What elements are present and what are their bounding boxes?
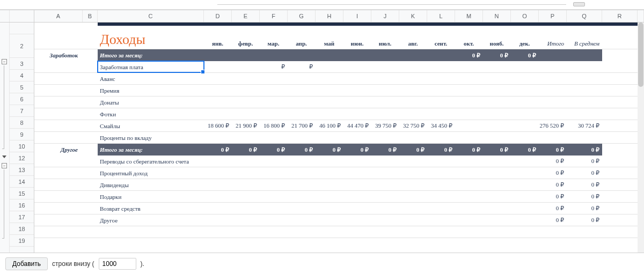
line-item-value[interactable] [288,155,316,167]
cell-R[interactable] [602,214,638,226]
subtotal-month[interactable]: 0 ₽ [511,49,539,61]
line-item-value[interactable] [343,108,371,120]
line-item-value[interactable] [511,108,539,120]
cell-B[interactable] [83,132,98,143]
cell-A[interactable] [34,97,83,108]
line-item-value[interactable] [371,214,399,226]
line-item-avg[interactable]: 0 ₽ [567,179,602,190]
row-header-2[interactable]: 2 [10,34,34,58]
line-item-total[interactable]: 0 ₽ [539,155,567,167]
line-item-value[interactable] [371,203,399,214]
line-item-name[interactable]: Фотки [98,108,204,120]
line-item-value[interactable] [232,167,260,179]
line-item-value[interactable] [316,179,343,190]
month-header-мар.[interactable]: мар. [260,26,288,49]
line-item-value[interactable] [232,203,260,214]
line-item-avg[interactable] [567,73,602,84]
row-header-3[interactable]: 3 [10,58,34,70]
line-item-value[interactable] [483,97,511,108]
line-item-avg[interactable]: 0 ₽ [567,214,602,226]
cell-A[interactable] [34,214,83,226]
line-item-value[interactable] [399,203,427,214]
line-item-value[interactable]: ₽ [288,61,316,72]
line-item-value[interactable] [455,85,483,96]
line-item-total[interactable]: 0 ₽ [539,179,567,190]
cell[interactable] [455,226,483,238]
line-item-value[interactable] [260,179,288,190]
cell[interactable] [511,226,539,238]
subtotal-month[interactable] [204,49,232,61]
cell-grid[interactable]: Доходыянв.февр.мар.апр.майиюн.июл.авг.се… [34,23,644,253]
line-item-value[interactable] [483,85,511,96]
line-item-value[interactable] [399,132,427,143]
subtotal-month[interactable] [232,49,260,61]
line-item-value[interactable] [316,191,343,202]
month-header-июн.[interactable]: июн. [343,26,371,49]
line-item-value[interactable] [427,132,455,143]
subtotal-month[interactable] [260,49,288,61]
line-item-total[interactable] [539,132,567,143]
cell-C[interactable] [98,226,204,238]
line-item-value[interactable] [371,179,399,190]
cell[interactable] [483,226,511,238]
cell-A[interactable] [34,191,83,202]
line-item-value[interactable] [204,108,232,120]
rows-count-input[interactable] [99,258,136,270]
cell-R[interactable] [602,179,638,190]
line-item-value[interactable] [204,97,232,108]
line-item-value[interactable] [483,108,511,120]
line-item-name[interactable]: Подарки [98,191,204,202]
line-item-value[interactable] [204,61,232,72]
page-title[interactable]: Доходы [98,26,204,49]
line-item-value[interactable] [427,97,455,108]
line-item-value[interactable] [399,214,427,226]
line-item-value[interactable] [399,73,427,84]
line-item-name[interactable]: Заработная плата [98,61,204,72]
line-item-value[interactable]: 39 750 ₽ [371,120,399,131]
line-item-value[interactable]: ₽ [260,61,288,72]
line-item-value[interactable]: 32 750 ₽ [399,120,427,131]
column-header-O[interactable]: O [511,10,539,22]
collapse-group-button[interactable]: − [2,59,7,64]
line-item-value[interactable] [204,203,232,214]
line-item-avg[interactable] [567,108,602,120]
line-item-value[interactable] [427,179,455,190]
line-item-value[interactable] [427,191,455,202]
line-item-value[interactable] [260,203,288,214]
line-item-value[interactable] [288,214,316,226]
line-item-value[interactable] [232,61,260,72]
line-item-total[interactable]: 276 520 ₽ [539,120,567,131]
column-header-H[interactable]: H [316,10,343,22]
line-item-value[interactable] [455,191,483,202]
column-header-J[interactable]: J [371,10,399,22]
cell[interactable] [316,226,343,238]
line-item-value[interactable] [427,167,455,179]
line-item-value[interactable] [343,179,371,190]
cell-A[interactable] [34,226,83,238]
cell-B[interactable] [83,191,98,202]
line-item-total[interactable] [539,97,567,108]
row-header-12[interactable]: 12 [10,152,34,164]
line-item-value[interactable] [260,73,288,84]
line-item-avg[interactable] [567,132,602,143]
cell-B[interactable] [83,214,98,226]
column-header-E[interactable]: E [232,10,260,22]
cell-R[interactable] [602,85,638,96]
subtotal-month[interactable] [371,49,399,61]
vertical-scrollbar[interactable] [638,23,644,253]
line-item-name[interactable]: Процентный доход [98,167,204,179]
total-header[interactable]: Итого [539,26,567,49]
cell[interactable] [204,226,232,238]
subtotal-month[interactable] [316,49,343,61]
line-item-value[interactable] [316,85,343,96]
line-item-value[interactable] [288,108,316,120]
cell-A[interactable] [34,167,83,179]
line-item-name[interactable]: Возврат средств [98,203,204,214]
column-header-B[interactable]: B [83,10,98,22]
month-header-нояб.[interactable]: нояб. [483,26,511,49]
cell-R[interactable] [602,120,638,131]
month-header-сент.[interactable]: сент. [427,26,455,49]
line-item-value[interactable] [455,214,483,226]
line-item-name[interactable]: Премия [98,85,204,96]
line-item-value[interactable] [399,167,427,179]
